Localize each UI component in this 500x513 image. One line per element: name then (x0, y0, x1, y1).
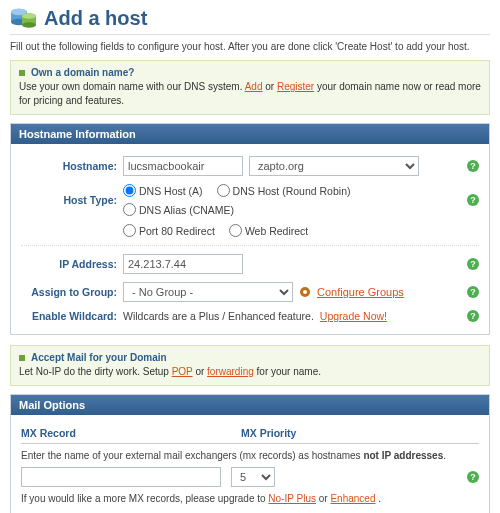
database-icon (10, 6, 38, 30)
accept-mail-body-post: for your name. (257, 366, 321, 377)
enhanced-link[interactable]: Enhanced (330, 493, 375, 504)
add-link[interactable]: Add (245, 81, 263, 92)
intro-text: Fill out the following fields to configu… (10, 41, 490, 52)
forwarding-link[interactable]: forwarding (207, 366, 254, 377)
hosttype-port80[interactable]: Port 80 Redirect (123, 224, 215, 237)
hostname-input[interactable] (123, 156, 243, 176)
own-domain-body-pre: Use your own domain name with our DNS sy… (19, 81, 245, 92)
group-select[interactable]: - No Group - (123, 282, 293, 302)
hosttype-web[interactable]: Web Redirect (229, 224, 308, 237)
help-icon[interactable]: ? (467, 258, 479, 270)
hostname-info-title: Hostname Information (11, 124, 489, 144)
ip-input[interactable] (123, 254, 243, 274)
hosttype-cname[interactable]: DNS Alias (CNAME) (123, 203, 234, 216)
hosttype-a[interactable]: DNS Host (A) (123, 184, 203, 197)
own-domain-body-mid: or (265, 81, 277, 92)
register-link[interactable]: Register (277, 81, 314, 92)
group-label: Assign to Group: (21, 286, 117, 298)
ip-label: IP Address: (21, 258, 117, 270)
mx-record-input[interactable] (21, 467, 221, 487)
bullet-icon (19, 70, 25, 76)
configure-groups-link[interactable]: Configure Groups (317, 286, 404, 298)
pop-link[interactable]: POP (172, 366, 193, 377)
svg-point-7 (22, 13, 36, 19)
page-header: Add a host (10, 6, 490, 35)
wildcard-text: Wildcards are a Plus / Enhanced feature. (123, 310, 314, 322)
accept-mail-heading: Accept Mail for your Domain (31, 352, 167, 363)
mx-record-header: MX Record (21, 427, 241, 439)
help-icon[interactable]: ? (467, 160, 479, 172)
accept-mail-body-mid: or (195, 366, 207, 377)
hosttype-rr[interactable]: DNS Host (Round Robin) (217, 184, 351, 197)
mail-options-panel: Mail Options MX Record MX Priority Enter… (10, 394, 490, 513)
mail-options-title: Mail Options (11, 395, 489, 415)
wildcard-label: Enable Wildcard: (21, 310, 117, 322)
own-domain-callout: Own a domain name? Use your own domain n… (10, 60, 490, 115)
mx-priority-select[interactable]: 5 (231, 467, 275, 487)
gear-icon (299, 286, 311, 298)
help-icon[interactable]: ? (467, 471, 479, 483)
mx-upgrade-note: If you would like a more MX records, ple… (21, 493, 479, 504)
page-title: Add a host (44, 7, 147, 30)
noip-plus-link[interactable]: No-IP Plus (268, 493, 316, 504)
domain-select[interactable]: zapto.org (249, 156, 419, 176)
hosttype-label: Host Type: (21, 194, 117, 206)
mx-note: Enter the name of your external mail exc… (21, 450, 479, 461)
own-domain-heading: Own a domain name? (31, 67, 134, 78)
hostname-label: Hostname: (21, 160, 117, 172)
mx-priority-header: MX Priority (241, 427, 479, 439)
help-icon[interactable]: ? (467, 286, 479, 298)
svg-point-6 (22, 22, 36, 28)
bullet-icon (19, 355, 25, 361)
help-icon[interactable]: ? (467, 310, 479, 322)
hostname-info-panel: Hostname Information Hostname: zapto.org… (10, 123, 490, 335)
accept-mail-callout: Accept Mail for your Domain Let No-IP do… (10, 345, 490, 386)
upgrade-now-link[interactable]: Upgrade Now! (320, 310, 387, 322)
help-icon[interactable]: ? (467, 194, 479, 206)
accept-mail-body-pre: Let No-IP do the dirty work. Setup (19, 366, 172, 377)
svg-point-9 (303, 290, 307, 294)
